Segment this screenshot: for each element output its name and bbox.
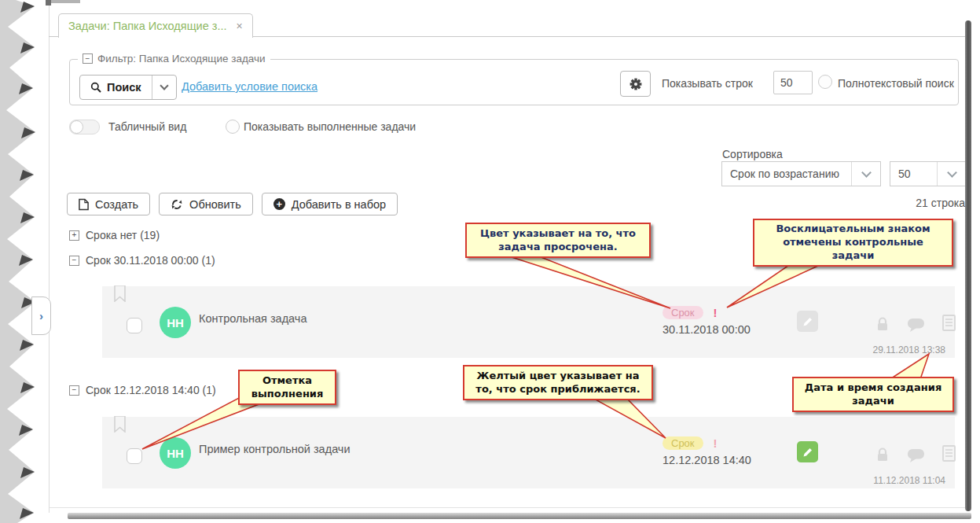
callout-overdue-color: Цвет указывает на то, что задача просроч… <box>465 223 651 258</box>
fulltext-search-checkbox[interactable] <box>818 75 832 89</box>
page-size-value: 50 <box>890 162 937 186</box>
gear-icon <box>629 78 642 90</box>
avatar[interactable]: НН <box>160 437 191 469</box>
task-title[interactable]: Контрольная задача <box>199 312 306 325</box>
filter-panel: − Фильтр: Папка Исходящие задачи Поиск Д… <box>69 59 959 105</box>
refresh-button[interactable]: Обновить <box>159 193 253 215</box>
rows-per-page-label: Показывать строк <box>662 77 753 90</box>
total-rows-label: 21 строка <box>886 197 965 209</box>
toolbar: Создать Обновить + Добавить в набор <box>67 193 398 215</box>
toggle-knob <box>70 120 83 134</box>
group-due-30-11[interactable]: − Срок 30.11.2018 00:00 (1) <box>69 254 215 267</box>
search-button[interactable]: Поиск <box>79 75 177 100</box>
add-search-condition-link[interactable]: Добавить условие поиска <box>182 80 317 93</box>
refresh-icon <box>171 198 183 211</box>
tab-title: Задачи: Папка Исходящие з... <box>68 20 227 32</box>
content-left-border <box>49 0 50 513</box>
sorting-label: Сортировка <box>722 148 783 160</box>
show-completed-label: Показывать выполненные задачи <box>244 120 416 133</box>
tab-close-icon[interactable]: × <box>237 20 243 32</box>
filter-legend: − Фильтр: Папка Исходящие задачи <box>78 53 270 64</box>
callout-text: Дата и время создания задачи <box>800 381 946 408</box>
plus-circle-icon: + <box>273 198 285 210</box>
page-size-select[interactable]: 50 <box>890 161 967 186</box>
group-label: Срока нет (19) <box>86 229 160 241</box>
lock-icon <box>872 313 893 334</box>
search-dropdown-button[interactable] <box>152 76 176 99</box>
due-date: 30.11.2018 00:00 <box>663 323 751 336</box>
edit-button[interactable] <box>797 441 818 462</box>
created-datetime: 29.11.2018 13:38 <box>872 344 945 355</box>
edit-button[interactable] <box>797 311 818 332</box>
collapse-icon[interactable]: − <box>69 385 79 396</box>
task-title[interactable]: Пример контрольной задачи <box>199 443 351 455</box>
callout-text: Желтый цвет указывает на то, что срок пр… <box>471 370 645 396</box>
callout-text: Отметка выполнения <box>246 374 329 401</box>
task-row[interactable]: НН Контрольная задача Срок ! 30.11.2018 … <box>102 286 955 358</box>
collapse-icon[interactable]: − <box>69 256 79 266</box>
search-icon <box>90 82 101 93</box>
callout-text: Восклицательным знаком отмечены контроль… <box>761 223 945 263</box>
attachment-document-icon <box>938 312 960 333</box>
filter-legend-label: Фильтр: Папка Исходящие задачи <box>97 53 266 64</box>
callout-exclamation-mark: Восклицательным знаком отмечены контроль… <box>753 219 953 267</box>
chevron-down-icon <box>937 162 966 186</box>
due-date: 12.12.2018 14:40 <box>663 454 751 466</box>
fulltext-search-label: Полнотекстовый поиск <box>838 77 954 90</box>
comments-icon <box>905 315 927 336</box>
callout-completion-mark: Отметка выполнения <box>238 370 336 405</box>
task-complete-checkbox[interactable] <box>127 318 142 333</box>
sort-order-select[interactable]: Срок по возрастанию <box>721 161 881 186</box>
add-to-set-button[interactable]: + Добавить в набор <box>262 193 398 215</box>
callout-created-datetime: Дата и время создания задачи <box>792 377 954 412</box>
chevron-right-icon: › <box>39 309 43 322</box>
sort-order-value: Срок по возрастанию <box>722 162 851 186</box>
lock-icon <box>872 444 893 465</box>
callout-yellow-color: Желтый цвет указывает на то, что срок пр… <box>463 365 653 400</box>
callout-text: Цвет указывает на то, что задача просроч… <box>473 227 643 254</box>
collapse-icon[interactable]: − <box>83 53 93 64</box>
sidebar-expand-tab[interactable]: › <box>31 296 51 335</box>
create-button-label: Создать <box>95 198 138 211</box>
bookmark-icon[interactable] <box>114 416 126 433</box>
tab-tasks-outgoing[interactable]: Задачи: Папка Исходящие з... × <box>58 13 253 38</box>
attachment-document-icon <box>938 443 960 464</box>
settings-button[interactable] <box>620 71 651 97</box>
created-datetime: 11.12.2018 11:04 <box>873 475 945 486</box>
table-view-label: Табличный вид <box>108 120 186 133</box>
chevron-down-icon <box>851 162 880 186</box>
bookmark-icon[interactable] <box>114 285 126 302</box>
task-row[interactable]: НН Пример контрольной задачи Срок ! 12.1… <box>102 417 955 488</box>
refresh-button-label: Обновить <box>189 198 241 211</box>
group-label: Срок 30.11.2018 00:00 (1) <box>86 254 215 267</box>
torn-edge-right <box>965 20 971 511</box>
show-completed-checkbox[interactable] <box>226 120 240 134</box>
avatar[interactable]: НН <box>160 307 191 338</box>
torn-edge-bottom <box>68 513 971 519</box>
expand-icon[interactable]: + <box>69 230 79 241</box>
control-task-mark: ! <box>714 436 718 450</box>
chevron-down-icon <box>160 81 168 90</box>
add-to-set-button-label: Добавить в набор <box>292 198 386 211</box>
rows-per-page-input[interactable] <box>773 71 813 94</box>
group-label: Срок 12.12.2018 14:40 (1) <box>86 384 216 396</box>
new-document-icon <box>79 198 89 211</box>
content-bottom-border <box>49 507 965 508</box>
due-badge-soon: Срок <box>663 436 703 450</box>
create-button[interactable]: Создать <box>67 193 150 215</box>
group-due-12-12[interactable]: − Срок 12.12.2018 14:40 (1) <box>69 384 216 396</box>
pencil-icon <box>802 447 813 458</box>
table-view-toggle[interactable] <box>69 120 100 134</box>
pencil-icon <box>802 316 813 327</box>
due-badge-overdue: Срок <box>663 306 703 319</box>
comments-icon <box>905 445 927 466</box>
group-no-due-date[interactable]: + Срока нет (19) <box>69 229 160 241</box>
task-complete-checkbox[interactable] <box>127 448 142 464</box>
search-button-label: Поиск <box>107 81 141 94</box>
control-task-mark: ! <box>714 306 718 319</box>
